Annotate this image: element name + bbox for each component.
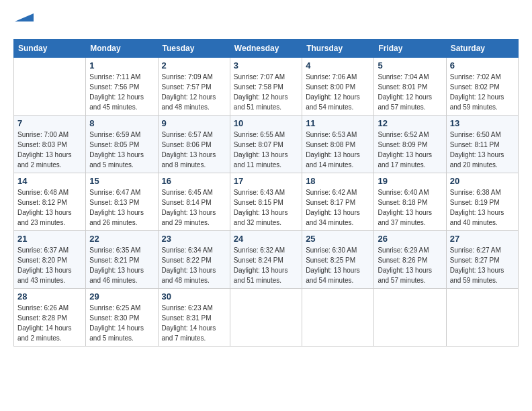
day-number: 3 xyxy=(234,60,298,71)
day-info: Sunrise: 6:27 AM Sunset: 8:27 PM Dayligh… xyxy=(450,245,515,285)
col-header-wednesday: Wednesday xyxy=(230,40,302,58)
calendar-cell: 17Sunrise: 6:43 AM Sunset: 8:15 PM Dayli… xyxy=(230,173,302,231)
day-number: 2 xyxy=(162,60,226,71)
day-number: 9 xyxy=(162,118,226,128)
day-number: 20 xyxy=(450,176,515,186)
calendar-cell: 20Sunrise: 6:38 AM Sunset: 8:19 PM Dayli… xyxy=(446,173,518,231)
day-info: Sunrise: 6:47 AM Sunset: 8:13 PM Dayligh… xyxy=(89,187,154,228)
day-number: 21 xyxy=(17,234,82,244)
day-info: Sunrise: 6:59 AM Sunset: 8:05 PM Dayligh… xyxy=(89,130,154,170)
day-info: Sunrise: 6:38 AM Sunset: 8:19 PM Dayligh… xyxy=(450,187,515,228)
col-header-monday: Monday xyxy=(86,40,158,58)
day-info: Sunrise: 6:42 AM Sunset: 8:17 PM Dayligh… xyxy=(306,187,370,228)
day-number: 26 xyxy=(378,234,442,244)
day-info: Sunrise: 6:26 AM Sunset: 8:28 PM Dayligh… xyxy=(17,303,82,343)
calendar-cell: 1Sunrise: 7:11 AM Sunset: 7:56 PM Daylig… xyxy=(86,58,158,116)
day-info: Sunrise: 6:52 AM Sunset: 8:09 PM Dayligh… xyxy=(378,130,442,170)
day-info: Sunrise: 7:06 AM Sunset: 8:00 PM Dayligh… xyxy=(306,72,370,112)
calendar-cell: 11Sunrise: 6:53 AM Sunset: 8:08 PM Dayli… xyxy=(302,116,374,173)
day-number: 6 xyxy=(450,60,515,71)
day-info: Sunrise: 6:30 AM Sunset: 8:25 PM Dayligh… xyxy=(306,245,370,285)
calendar-table: SundayMondayTuesdayWednesdayThursdayFrid… xyxy=(13,39,519,347)
calendar-cell: 3Sunrise: 7:07 AM Sunset: 7:58 PM Daylig… xyxy=(230,58,302,116)
calendar-cell: 24Sunrise: 6:32 AM Sunset: 8:24 PM Dayli… xyxy=(230,231,302,289)
day-info: Sunrise: 7:00 AM Sunset: 8:03 PM Dayligh… xyxy=(17,130,82,170)
col-header-saturday: Saturday xyxy=(446,40,518,58)
calendar-cell: 6Sunrise: 7:02 AM Sunset: 8:02 PM Daylig… xyxy=(446,58,518,116)
calendar-cell: 13Sunrise: 6:50 AM Sunset: 8:11 PM Dayli… xyxy=(446,116,518,173)
calendar-cell: 5Sunrise: 7:04 AM Sunset: 8:01 PM Daylig… xyxy=(374,58,446,116)
day-number: 14 xyxy=(17,176,82,186)
day-info: Sunrise: 7:04 AM Sunset: 8:01 PM Dayligh… xyxy=(378,72,442,112)
day-number: 17 xyxy=(234,176,298,186)
calendar-cell: 30Sunrise: 6:23 AM Sunset: 8:31 PM Dayli… xyxy=(158,289,230,347)
calendar-cell xyxy=(14,58,86,116)
calendar-cell: 26Sunrise: 6:29 AM Sunset: 8:26 PM Dayli… xyxy=(374,231,446,289)
day-number: 22 xyxy=(89,234,154,244)
day-info: Sunrise: 6:45 AM Sunset: 8:14 PM Dayligh… xyxy=(162,187,226,228)
calendar-cell: 23Sunrise: 6:34 AM Sunset: 8:22 PM Dayli… xyxy=(158,231,230,289)
day-info: Sunrise: 6:34 AM Sunset: 8:22 PM Dayligh… xyxy=(162,245,226,285)
day-info: Sunrise: 6:29 AM Sunset: 8:26 PM Dayligh… xyxy=(378,245,442,285)
col-header-tuesday: Tuesday xyxy=(158,40,230,58)
calendar-cell: 2Sunrise: 7:09 AM Sunset: 7:57 PM Daylig… xyxy=(158,58,230,116)
calendar-cell xyxy=(230,289,302,347)
day-number: 23 xyxy=(162,234,226,244)
calendar-cell: 19Sunrise: 6:40 AM Sunset: 8:18 PM Dayli… xyxy=(374,173,446,231)
day-number: 18 xyxy=(306,176,370,186)
day-info: Sunrise: 6:37 AM Sunset: 8:20 PM Dayligh… xyxy=(17,245,82,285)
svg-marker-0 xyxy=(15,13,34,21)
calendar-cell: 22Sunrise: 6:35 AM Sunset: 8:21 PM Dayli… xyxy=(86,231,158,289)
day-number: 11 xyxy=(306,118,370,128)
day-number: 8 xyxy=(89,118,154,128)
calendar-cell: 21Sunrise: 6:37 AM Sunset: 8:20 PM Dayli… xyxy=(14,231,86,289)
day-number: 10 xyxy=(234,118,298,128)
logo-arrow-icon xyxy=(15,8,34,27)
day-info: Sunrise: 6:55 AM Sunset: 8:07 PM Dayligh… xyxy=(234,130,298,170)
day-info: Sunrise: 6:50 AM Sunset: 8:11 PM Dayligh… xyxy=(450,130,515,170)
day-number: 25 xyxy=(306,234,370,244)
calendar-cell: 9Sunrise: 6:57 AM Sunset: 8:06 PM Daylig… xyxy=(158,116,230,173)
page-header xyxy=(13,13,519,28)
calendar-cell xyxy=(446,289,518,347)
calendar-cell: 29Sunrise: 6:25 AM Sunset: 8:30 PM Dayli… xyxy=(86,289,158,347)
day-info: Sunrise: 7:09 AM Sunset: 7:57 PM Dayligh… xyxy=(162,72,226,112)
day-info: Sunrise: 6:32 AM Sunset: 8:24 PM Dayligh… xyxy=(234,245,298,285)
calendar-cell: 16Sunrise: 6:45 AM Sunset: 8:14 PM Dayli… xyxy=(158,173,230,231)
day-number: 19 xyxy=(378,176,442,186)
day-number: 28 xyxy=(17,291,82,302)
calendar-cell: 8Sunrise: 6:59 AM Sunset: 8:05 PM Daylig… xyxy=(86,116,158,173)
col-header-thursday: Thursday xyxy=(302,40,374,58)
day-number: 24 xyxy=(234,234,298,244)
day-number: 4 xyxy=(306,60,370,71)
day-info: Sunrise: 6:57 AM Sunset: 8:06 PM Dayligh… xyxy=(162,130,226,170)
calendar-cell xyxy=(302,289,374,347)
day-number: 30 xyxy=(162,291,226,302)
calendar-cell: 7Sunrise: 7:00 AM Sunset: 8:03 PM Daylig… xyxy=(14,116,86,173)
calendar-cell: 10Sunrise: 6:55 AM Sunset: 8:07 PM Dayli… xyxy=(230,116,302,173)
day-number: 16 xyxy=(162,176,226,186)
day-info: Sunrise: 6:53 AM Sunset: 8:08 PM Dayligh… xyxy=(306,130,370,170)
day-info: Sunrise: 6:35 AM Sunset: 8:21 PM Dayligh… xyxy=(89,245,154,285)
day-info: Sunrise: 7:11 AM Sunset: 7:56 PM Dayligh… xyxy=(89,72,154,112)
day-number: 12 xyxy=(378,118,442,128)
col-header-sunday: Sunday xyxy=(14,40,86,58)
calendar-cell: 12Sunrise: 6:52 AM Sunset: 8:09 PM Dayli… xyxy=(374,116,446,173)
day-number: 29 xyxy=(89,291,154,302)
calendar-cell: 15Sunrise: 6:47 AM Sunset: 8:13 PM Dayli… xyxy=(86,173,158,231)
day-info: Sunrise: 7:02 AM Sunset: 8:02 PM Dayligh… xyxy=(450,72,515,112)
day-info: Sunrise: 6:43 AM Sunset: 8:15 PM Dayligh… xyxy=(234,187,298,228)
calendar-cell: 27Sunrise: 6:27 AM Sunset: 8:27 PM Dayli… xyxy=(446,231,518,289)
calendar-cell xyxy=(374,289,446,347)
day-number: 5 xyxy=(378,60,442,71)
col-header-friday: Friday xyxy=(374,40,446,58)
day-number: 7 xyxy=(17,118,82,128)
day-number: 15 xyxy=(89,176,154,186)
calendar-cell: 14Sunrise: 6:48 AM Sunset: 8:12 PM Dayli… xyxy=(14,173,86,231)
day-info: Sunrise: 6:25 AM Sunset: 8:30 PM Dayligh… xyxy=(89,303,154,343)
calendar-cell: 25Sunrise: 6:30 AM Sunset: 8:25 PM Dayli… xyxy=(302,231,374,289)
day-number: 13 xyxy=(450,118,515,128)
logo xyxy=(13,13,34,28)
day-info: Sunrise: 6:23 AM Sunset: 8:31 PM Dayligh… xyxy=(162,303,226,343)
day-info: Sunrise: 6:48 AM Sunset: 8:12 PM Dayligh… xyxy=(17,187,82,228)
